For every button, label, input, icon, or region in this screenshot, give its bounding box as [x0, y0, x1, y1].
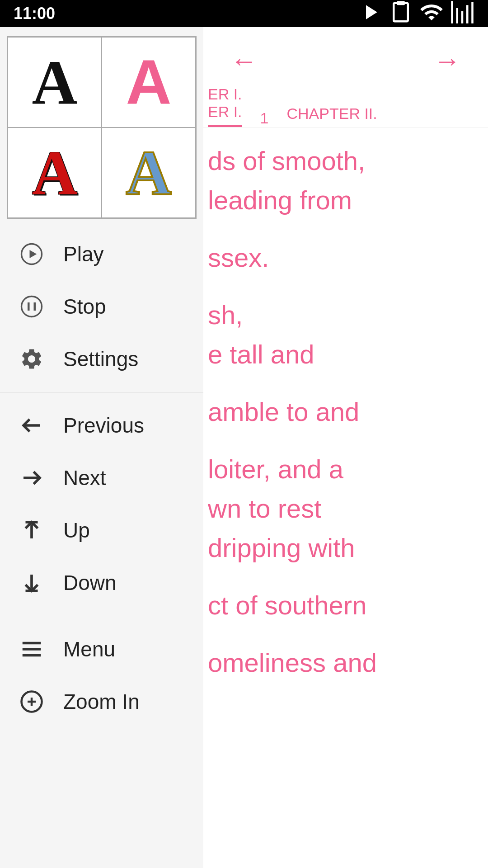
divider-2	[0, 616, 203, 616]
font-grid: A A A A	[7, 36, 197, 219]
chapter-number: 1	[260, 109, 269, 127]
signal-status-icon	[450, 0, 474, 28]
arrow-left-icon	[18, 412, 45, 439]
font-cell-blue-gold[interactable]: A	[102, 127, 196, 218]
book-text: ds of smooth,leading from ssex. sh,e tal…	[203, 137, 488, 705]
back-arrow-button[interactable]: ←	[230, 45, 258, 76]
up-menu-item[interactable]: Up	[0, 504, 203, 557]
book-text-line-7: omeliness and	[208, 643, 474, 682]
font-cell-black[interactable]: A	[8, 37, 102, 127]
book-text-line-1: ds of smooth,leading from	[208, 141, 474, 220]
book-text-line-2: ssex.	[208, 238, 474, 277]
status-icons	[358, 0, 474, 28]
play-menu-item[interactable]: Play	[0, 228, 203, 280]
stop-label: Stop	[63, 294, 106, 319]
arrow-right-icon	[18, 464, 45, 491]
previous-label: Previous	[63, 413, 144, 438]
svg-marker-3	[30, 250, 37, 258]
arrow-down-bar-icon	[18, 569, 45, 596]
down-menu-item[interactable]: Down	[0, 557, 203, 609]
wifi-status-icon	[419, 0, 444, 28]
pause-circle-icon	[18, 293, 45, 320]
font-letter-blue-gold: A	[126, 137, 171, 209]
font-letter-pink: A	[126, 46, 171, 119]
menu-section-navigation: Previous Next	[0, 395, 203, 613]
down-label: Down	[63, 571, 117, 595]
book-nav: ← →	[203, 27, 488, 85]
plus-circle-icon	[18, 688, 45, 715]
book-text-line-5: loiter, and awn to restdripping with	[208, 449, 474, 567]
gear-icon	[18, 345, 45, 373]
book-text-line-3: sh,e tall and	[208, 295, 474, 374]
svg-rect-1	[397, 1, 405, 5]
tab-chapter-1[interactable]: ER I. ER I.	[208, 85, 242, 127]
font-cell-pink[interactable]: A	[102, 37, 196, 127]
font-letter-red-black: A	[32, 137, 77, 209]
zoom-in-label: Zoom In	[63, 689, 140, 714]
hamburger-icon	[18, 636, 45, 663]
menu-menu-item[interactable]: Menu	[0, 623, 203, 675]
menu-section-extra: Menu Zoom In	[0, 618, 203, 732]
svg-point-4	[22, 297, 42, 317]
overlay-panel: A A A A Play	[0, 27, 203, 868]
play-label: Play	[63, 242, 103, 266]
font-letter-black: A	[32, 46, 77, 119]
settings-label: Settings	[63, 347, 138, 371]
svg-rect-0	[394, 3, 408, 21]
previous-menu-item[interactable]: Previous	[0, 399, 203, 452]
divider-1	[0, 392, 203, 392]
book-text-line-4: amble to and	[208, 392, 474, 431]
tab-chapter-2[interactable]: CHAPTER II.	[287, 105, 377, 127]
tab-chapter-1-line1: ER I.	[208, 85, 242, 103]
menu-label: Menu	[63, 637, 115, 661]
next-label: Next	[63, 466, 106, 490]
tab-chapter-1-line2: ER I.	[208, 103, 242, 120]
menu-section-controls: Play Stop Settings	[0, 223, 203, 390]
book-text-line-6: ct of southern	[208, 585, 474, 625]
status-bar: 11:00	[0, 0, 488, 27]
main-container: A A A A Play	[0, 27, 488, 868]
settings-menu-item[interactable]: Settings	[0, 333, 203, 385]
arrow-up-bar-icon	[18, 517, 45, 544]
next-menu-item[interactable]: Next	[0, 452, 203, 504]
stop-menu-item[interactable]: Stop	[0, 280, 203, 333]
status-time: 11:00	[14, 4, 55, 23]
zoom-in-menu-item[interactable]: Zoom In	[0, 675, 203, 728]
play-status-icon	[358, 0, 382, 28]
clipboard-status-icon	[389, 0, 413, 28]
chapter-tabs: ER I. ER I. 1 CHAPTER II.	[203, 85, 488, 127]
forward-arrow-button[interactable]: →	[434, 45, 461, 76]
book-panel: ← → ER I. ER I. 1 CHAPTER II. ds of smoo…	[203, 27, 488, 868]
up-label: Up	[63, 518, 90, 542]
font-cell-red-black[interactable]: A	[8, 127, 102, 218]
play-circle-icon	[18, 241, 45, 268]
